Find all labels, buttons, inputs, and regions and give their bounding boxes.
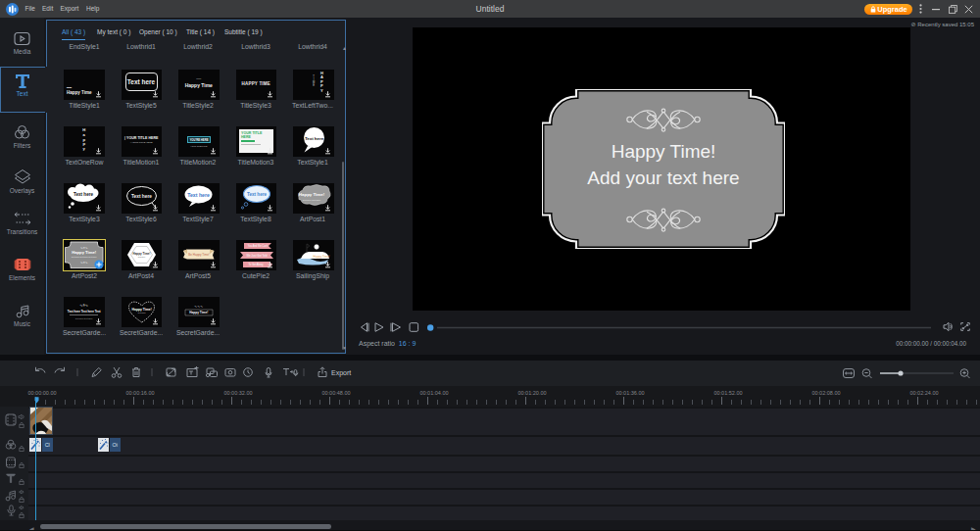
- svg-text:Happy Time!: Happy Time!: [299, 192, 325, 197]
- svg-text:Text here: Text here: [131, 194, 152, 199]
- svg-text:Add your text here: Add your text here: [587, 168, 739, 188]
- svg-text:Text here: Text here: [246, 192, 267, 197]
- svg-text:∿✕∿: ∿✕∿: [80, 261, 88, 265]
- svg-text:Text here Text here Text here: Text here Text here Text here: [72, 256, 98, 258]
- svg-text:You And Me Can't: You And Me Can't: [247, 244, 268, 248]
- svg-text:Happy Time!: Happy Time!: [132, 252, 150, 256]
- svg-text:Happy Time!: Happy Time!: [131, 308, 151, 312]
- svg-text:Happy Time!: Happy Time!: [72, 250, 96, 255]
- svg-text:∿✕∿: ∿✕∿: [80, 246, 88, 250]
- svg-text:Happy Time!: Happy Time!: [189, 311, 208, 314]
- svg-text:Text here: Text here: [74, 192, 94, 197]
- svg-text:Happy Time!: Happy Time!: [314, 255, 330, 259]
- svg-text:We Just Got Told: We Just Got Told: [246, 254, 268, 258]
- svg-text:text here: text here: [137, 312, 146, 314]
- svg-text:text here text here: text here text here: [75, 317, 93, 319]
- svg-text:Text here Text here: Text here Text here: [303, 199, 321, 201]
- svg-text:To Get Along: To Get Along: [248, 263, 263, 266]
- svg-text:Text here Text here Text: Text here Text here Text: [68, 310, 101, 314]
- svg-text:∿§∿: ∿§∿: [79, 303, 88, 308]
- svg-text:Happy Time!: Happy Time!: [612, 141, 716, 162]
- svg-text:Text here: Text here: [305, 136, 324, 141]
- svg-text:Be Happy Time!: Be Happy Time!: [188, 253, 210, 257]
- svg-text:Text here: Text here: [187, 192, 210, 198]
- svg-text:∿∿∿: ∿∿∿: [194, 305, 203, 309]
- svg-text:Text here: Text here: [137, 256, 144, 258]
